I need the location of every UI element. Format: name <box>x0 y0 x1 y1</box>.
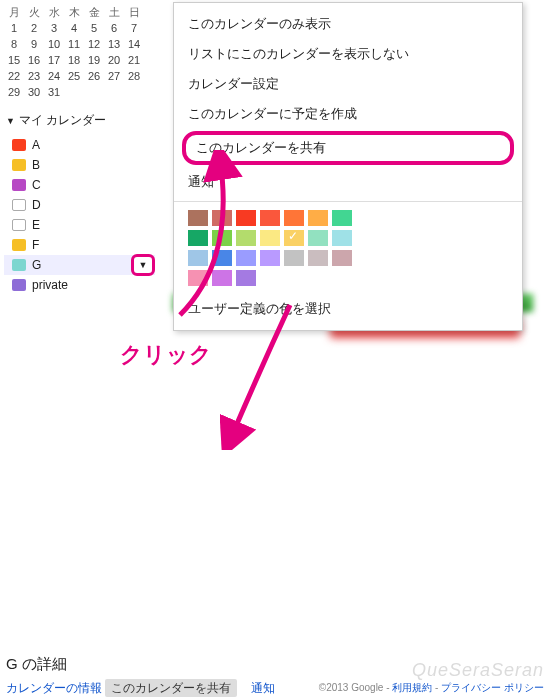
collapse-icon: ▼ <box>6 116 15 126</box>
menu-only-this[interactable]: このカレンダーのみ表示 <box>174 9 522 39</box>
calendar-row-B[interactable]: B <box>4 155 155 175</box>
swatch[interactable] <box>284 250 304 266</box>
calendar-label: B <box>32 158 155 172</box>
terms-link[interactable]: 利用規約 <box>392 682 432 693</box>
calendar-row-G[interactable]: G▼ <box>4 255 155 275</box>
calendar-label: E <box>32 218 155 232</box>
swatch[interactable] <box>332 250 352 266</box>
chevron-down-icon: ▼ <box>139 260 148 270</box>
swatch[interactable] <box>332 210 352 226</box>
footer: ©2013 Google - 利用規約 - プライバシー ポリシー <box>319 681 544 695</box>
color-chip <box>12 239 26 251</box>
tab-notify[interactable]: 通知 <box>251 681 275 695</box>
swatch[interactable] <box>308 250 328 266</box>
mini-calendar[interactable]: 月火水木金土日 12345678910111213141516171819202… <box>4 4 144 100</box>
day-cell[interactable]: 31 <box>44 84 64 100</box>
calendar-label: D <box>32 198 155 212</box>
calendar-label: C <box>32 178 155 192</box>
day-cell[interactable]: 26 <box>84 68 104 84</box>
dow-cell: 火 <box>24 4 44 20</box>
swatch[interactable] <box>284 210 304 226</box>
color-chip <box>12 279 26 291</box>
tab-share[interactable]: このカレンダーを共有 <box>105 679 237 697</box>
day-cell[interactable]: 10 <box>44 36 64 52</box>
day-cell[interactable]: 3 <box>44 20 64 36</box>
swatch[interactable] <box>308 210 328 226</box>
swatch[interactable] <box>308 230 328 246</box>
day-cell[interactable]: 28 <box>124 68 144 84</box>
my-calendars-header[interactable]: ▼ マイ カレンダー <box>6 112 155 129</box>
annotation-click: クリック <box>120 340 212 370</box>
calendar-label: A <box>32 138 155 152</box>
day-cell[interactable]: 27 <box>104 68 124 84</box>
day-cell[interactable]: 22 <box>4 68 24 84</box>
day-cell[interactable]: 2 <box>24 20 44 36</box>
dow-cell: 土 <box>104 4 124 20</box>
day-cell[interactable]: 18 <box>64 52 84 68</box>
calendar-row-E[interactable]: E <box>4 215 155 235</box>
day-cell[interactable]: 20 <box>104 52 124 68</box>
day-cell[interactable]: 29 <box>4 84 24 100</box>
swatch[interactable] <box>284 230 304 246</box>
calendar-label: private <box>32 278 155 292</box>
day-cell[interactable]: 15 <box>4 52 24 68</box>
swatch[interactable] <box>332 230 352 246</box>
dow-cell: 月 <box>4 4 24 20</box>
dow-cell: 木 <box>64 4 84 20</box>
dow-cell: 水 <box>44 4 64 20</box>
day-cell[interactable]: 24 <box>44 68 64 84</box>
day-cell[interactable]: 4 <box>64 20 84 36</box>
day-cell[interactable]: 1 <box>4 20 24 36</box>
privacy-link[interactable]: プライバシー ポリシー <box>441 682 544 693</box>
day-cell[interactable]: 25 <box>64 68 84 84</box>
calendar-row-private[interactable]: private <box>4 275 155 295</box>
arrow-1 <box>175 150 275 320</box>
calendar-row-C[interactable]: C <box>4 175 155 195</box>
calendar-row-D[interactable]: D <box>4 195 155 215</box>
arrow-2 <box>220 300 310 450</box>
color-chip <box>12 159 26 171</box>
day-cell[interactable]: 8 <box>4 36 24 52</box>
day-cell[interactable]: 14 <box>124 36 144 52</box>
day-cell[interactable]: 7 <box>124 20 144 36</box>
color-chip <box>12 219 26 231</box>
menu-calendar-settings[interactable]: カレンダー設定 <box>174 69 522 99</box>
calendar-label: F <box>32 238 155 252</box>
day-cell <box>104 84 124 100</box>
day-cell[interactable]: 11 <box>64 36 84 52</box>
dow-cell: 金 <box>84 4 104 20</box>
day-cell[interactable]: 30 <box>24 84 44 100</box>
menu-hide-from-list[interactable]: リストにこのカレンダーを表示しない <box>174 39 522 69</box>
day-cell[interactable]: 17 <box>44 52 64 68</box>
day-cell[interactable]: 16 <box>24 52 44 68</box>
day-cell[interactable]: 19 <box>84 52 104 68</box>
day-cell <box>64 84 84 100</box>
color-chip <box>12 179 26 191</box>
day-cell[interactable]: 21 <box>124 52 144 68</box>
day-cell[interactable]: 5 <box>84 20 104 36</box>
tab-info[interactable]: カレンダーの情報 <box>6 681 102 695</box>
day-cell[interactable]: 9 <box>24 36 44 52</box>
dow-cell: 日 <box>124 4 144 20</box>
color-chip <box>12 259 26 271</box>
calendar-dropdown-button[interactable]: ▼ <box>131 254 155 276</box>
color-chip <box>12 199 26 211</box>
day-cell[interactable]: 12 <box>84 36 104 52</box>
my-calendars: ▼ マイ カレンダー ABCDEFG▼private <box>4 112 155 295</box>
watermark: QueSeraSeran <box>412 660 544 681</box>
color-chip <box>12 139 26 151</box>
day-cell[interactable]: 6 <box>104 20 124 36</box>
my-calendars-label: マイ カレンダー <box>19 112 106 129</box>
day-cell <box>124 84 144 100</box>
calendar-row-A[interactable]: A <box>4 135 155 155</box>
day-cell <box>84 84 104 100</box>
menu-create-event[interactable]: このカレンダーに予定を作成 <box>174 99 522 129</box>
day-cell[interactable]: 23 <box>24 68 44 84</box>
day-cell[interactable]: 13 <box>104 36 124 52</box>
calendar-label: G <box>32 258 133 272</box>
calendar-row-F[interactable]: F <box>4 235 155 255</box>
